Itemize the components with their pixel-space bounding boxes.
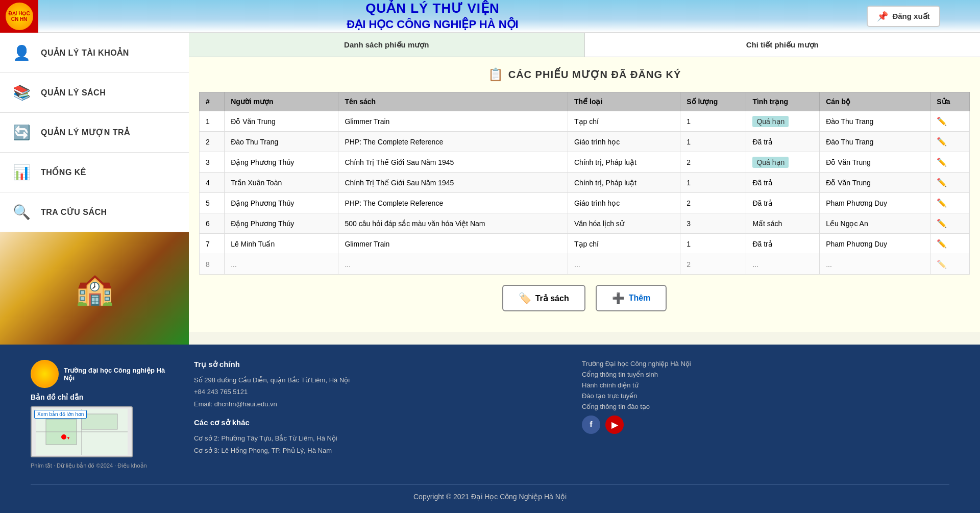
footer-co-so-2: Cơ sở 2: Phường Tây Tựu, Bắc Từ Liêm, Hà… xyxy=(194,432,561,444)
cell-id: 6 xyxy=(200,213,225,234)
xem-ban-do-button[interactable]: Xem bản đồ lớn hơn xyxy=(34,410,87,419)
tra-sach-icon: 🏷️ xyxy=(519,292,531,304)
status-badge: Mất sách xyxy=(752,219,782,228)
logout-button[interactable]: 📌 Đăng xuất xyxy=(867,6,940,27)
table-row: 5 Đặng Phương Thúy PHP: The Complete Ref… xyxy=(200,193,970,213)
cell-the-loai: Tạp chí xyxy=(568,234,680,254)
cell-nguoi-muon: Đặng Phương Thúy xyxy=(225,193,338,213)
footer-link[interactable]: Hành chính điện tử xyxy=(582,381,949,389)
edit-icon[interactable]: ✏️ xyxy=(937,158,947,166)
cell-sua[interactable]: ✏️ xyxy=(930,111,970,132)
cell-so-luong: 1 xyxy=(680,173,746,193)
footer-map-caption: Phím tắt · Dữ liệu bản đồ ©2024 · Điều k… xyxy=(31,462,174,469)
col-header-ten-sach: Tên sách xyxy=(338,92,568,111)
status-badge: Quá hạn xyxy=(752,157,789,168)
cell-sua[interactable]: ✏️ xyxy=(930,152,970,173)
footer-link[interactable]: Trường Đại học Công nghiệp Hà Nội xyxy=(582,360,949,368)
youtube-icon[interactable]: ▶ xyxy=(605,416,624,434)
col-header-can-bo: Cán bộ xyxy=(820,92,930,111)
status-badge: Đã trả xyxy=(752,199,772,207)
svg-point-5 xyxy=(61,434,66,439)
sidebar-library-image: 🏫 xyxy=(0,232,189,345)
table-body: 1 Đỗ Văn Trung Glimmer Train Tạp chí 1 Q… xyxy=(200,111,970,275)
edit-icon[interactable]: ✏️ xyxy=(937,178,947,187)
sidebar-item-sach[interactable]: 📚 QUẢN LÝ SÁCH xyxy=(0,73,189,113)
footer-top: Trường đại học Công nghiệp Hà Nội Bản đồ… xyxy=(31,360,949,469)
cell-sua[interactable]: ✏️ xyxy=(930,173,970,193)
sidebar-label-tra-cuu: TRA CỨU SÁCH xyxy=(41,207,107,217)
cell-sua[interactable]: ✏️ xyxy=(930,234,970,254)
cell-the-loai: Giáo trình học xyxy=(568,132,680,152)
footer-col-address: Trụ sở chính Số 298 đường Cầu Diễn, quận… xyxy=(194,360,561,469)
content-tabs: Danh sách phiếu mượn Chi tiết phiếu mượn xyxy=(189,33,980,57)
facebook-icon[interactable]: f xyxy=(582,416,600,434)
tab-danh-sach[interactable]: Danh sách phiếu mượn xyxy=(189,33,585,57)
edit-icon[interactable]: ✏️ xyxy=(937,239,947,248)
footer: Trường đại học Công nghiệp Hà Nội Bản đồ… xyxy=(0,345,980,513)
col-header-tinh-trang: Tình trạng xyxy=(746,92,820,111)
loans-table: # Người mượn Tên sách Thể loại Số lượng … xyxy=(199,92,970,275)
footer-links: Trường Đại học Công nghiệp Hà NộiCổng th… xyxy=(582,360,949,410)
sidebar-item-tra-cuu[interactable]: 🔍 TRA CỨU SÁCH xyxy=(0,192,189,232)
footer-link[interactable]: Đào tạo trực tuyến xyxy=(582,392,949,400)
footer-bottom: Copyright © 2021 Đại Học Công Nghiệp Hà … xyxy=(31,484,949,501)
cell-the-loai: Văn hóa lịch sử xyxy=(568,213,680,234)
edit-icon[interactable]: ✏️ xyxy=(937,137,947,146)
sidebar-item-thong-ke[interactable]: 📊 THỐNG KÊ xyxy=(0,153,189,192)
edit-icon[interactable]: ✏️ xyxy=(937,117,947,126)
footer-link[interactable]: Cổng thông tin đào tạo xyxy=(582,403,949,410)
cell-tinh-trang: Đã trả xyxy=(746,193,820,213)
footer-phone: +84 243 765 5121 xyxy=(194,386,561,398)
sidebar-item-muon-tra[interactable]: 🔄 QUẢN LÝ MƯỢN TRẢ xyxy=(0,113,189,153)
section-title: 📋 CÁC PHIẾU MƯỢN ĐÃ ĐĂNG KÝ xyxy=(199,67,970,82)
social-icons: f ▶ xyxy=(582,416,949,434)
tab-chi-tiet[interactable]: Chi tiết phiếu mượn xyxy=(585,33,981,57)
cell-tinh-trang: Đã trả xyxy=(746,234,820,254)
edit-icon[interactable]: ✏️ xyxy=(937,260,947,268)
sidebar-label-muon-tra: QUẢN LÝ MƯỢN TRẢ xyxy=(41,128,130,137)
cell-ten-sach: 500 câu hỏi đáp sắc màu văn hóa Việt Nam xyxy=(338,213,568,234)
cell-the-loai: Giáo trình học xyxy=(568,193,680,213)
main-layout: 👤 QUẢN LÝ TÀI KHOẢN 📚 QUẢN LÝ SÁCH 🔄 QUẢ… xyxy=(0,33,980,345)
header-title: QUẢN LÝ THƯ VIỆN ĐẠI HỌC CÔNG NGHIỆP HÀ … xyxy=(38,0,827,32)
cell-nguoi-muon: Đặng Phương Thúy xyxy=(225,152,338,173)
table-row: 2 Đào Thu Trang PHP: The Complete Refere… xyxy=(200,132,970,152)
tra-sach-label: Trả sách xyxy=(535,294,569,303)
cell-can-bo: Pham Phương Duy xyxy=(820,193,930,213)
cell-sua[interactable]: ✏️ xyxy=(930,193,970,213)
cell-so-luong: 1 xyxy=(680,234,746,254)
edit-icon[interactable]: ✏️ xyxy=(937,219,947,228)
edit-icon[interactable]: ✏️ xyxy=(937,199,947,207)
section-title-text: CÁC PHIẾU MƯỢN ĐÃ ĐĂNG KÝ xyxy=(508,68,681,81)
svg-rect-2 xyxy=(82,414,117,429)
cell-id: 7 xyxy=(200,234,225,254)
footer-col-map: Trường đại học Công nghiệp Hà Nội Bản đồ… xyxy=(31,360,174,469)
table-row: 3 Đặng Phương Thúy Chính Trị Thế Giới Sa… xyxy=(200,152,970,173)
thong-ke-icon: 📊 xyxy=(10,161,33,184)
cell-sua[interactable]: ✏️ xyxy=(930,132,970,152)
sidebar: 👤 QUẢN LÝ TÀI KHOẢN 📚 QUẢN LÝ SÁCH 🔄 QUẢ… xyxy=(0,33,189,345)
tra-sach-button[interactable]: 🏷️ Trả sách xyxy=(502,285,585,311)
col-header-nguoi-muon: Người mượn xyxy=(225,92,338,111)
cell-nguoi-muon: ... xyxy=(225,254,338,275)
them-button[interactable]: ➕ Thêm xyxy=(596,285,667,311)
cell-so-luong: 1 xyxy=(680,111,746,132)
cell-sua[interactable]: ✏️ xyxy=(930,254,970,275)
cell-sua[interactable]: ✏️ xyxy=(930,213,970,234)
cell-tinh-trang: Đã trả xyxy=(746,173,820,193)
action-buttons: 🏷️ Trả sách ➕ Thêm xyxy=(199,275,970,322)
cell-so-luong: 2 xyxy=(680,254,746,275)
cell-can-bo: Đỗ Văn Trung xyxy=(820,152,930,173)
cell-so-luong: 3 xyxy=(680,213,746,234)
cell-ten-sach: PHP: The Complete Reference xyxy=(338,193,568,213)
cell-nguoi-muon: Đặng Phương Thúy xyxy=(225,213,338,234)
copyright-text: Copyright © 2021 Đại Học Công Nghiệp Hà … xyxy=(413,493,567,501)
cell-the-loai: ... xyxy=(568,254,680,275)
sidebar-item-tai-khoan[interactable]: 👤 QUẢN LÝ TÀI KHOẢN xyxy=(0,33,189,73)
them-label: Thêm xyxy=(629,294,651,303)
footer-school-name: Trường đại học Công nghiệp Hà Nội xyxy=(64,367,174,382)
table-header-row: # Người mượn Tên sách Thể loại Số lượng … xyxy=(200,92,970,111)
footer-link[interactable]: Cổng thông tin tuyển sinh xyxy=(582,371,949,378)
footer-col-links: Trường Đại học Công nghiệp Hà NộiCổng th… xyxy=(582,360,949,469)
cell-ten-sach: Chính Trị Thế Giới Sau Năm 1945 xyxy=(338,152,568,173)
